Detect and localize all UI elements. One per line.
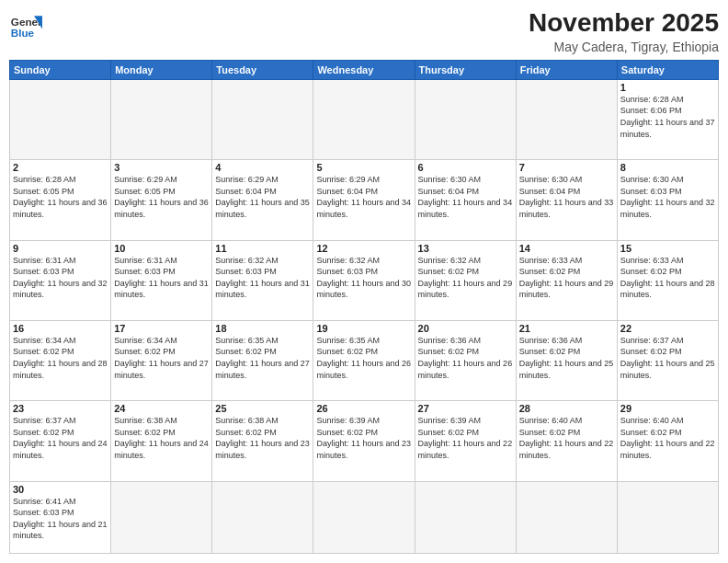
day-info: Sunrise: 6:39 AM Sunset: 6:02 PM Dayligh…	[418, 415, 513, 461]
calendar-cell: 17Sunrise: 6:34 AM Sunset: 6:02 PM Dayli…	[111, 320, 212, 400]
calendar-cell: 1Sunrise: 6:28 AM Sunset: 6:06 PM Daylig…	[617, 79, 718, 159]
day-number: 7	[519, 162, 614, 173]
day-number: 8	[620, 162, 715, 173]
calendar-cell: 18Sunrise: 6:35 AM Sunset: 6:02 PM Dayli…	[212, 320, 313, 400]
day-info: Sunrise: 6:32 AM Sunset: 6:03 PM Dayligh…	[215, 255, 310, 301]
day-info: Sunrise: 6:37 AM Sunset: 6:02 PM Dayligh…	[13, 415, 108, 461]
day-info: Sunrise: 6:34 AM Sunset: 6:02 PM Dayligh…	[114, 335, 209, 381]
generalblue-logo-icon: General Blue	[9, 9, 42, 42]
location-title: May Cadera, Tigray, Ethiopia	[529, 40, 719, 54]
day-number: 2	[13, 162, 108, 173]
day-number: 9	[13, 243, 108, 254]
day-info: Sunrise: 6:33 AM Sunset: 6:02 PM Dayligh…	[519, 255, 614, 301]
calendar-table: SundayMondayTuesdayWednesdayThursdayFrid…	[9, 60, 719, 554]
calendar-cell: 9Sunrise: 6:31 AM Sunset: 6:03 PM Daylig…	[10, 240, 111, 320]
calendar-cell: 2Sunrise: 6:28 AM Sunset: 6:05 PM Daylig…	[10, 160, 111, 240]
calendar-cell: 5Sunrise: 6:29 AM Sunset: 6:04 PM Daylig…	[313, 160, 415, 240]
day-info: Sunrise: 6:35 AM Sunset: 6:02 PM Dayligh…	[316, 335, 411, 381]
calendar-week-row: 23Sunrise: 6:37 AM Sunset: 6:02 PM Dayli…	[10, 401, 719, 481]
calendar-cell	[516, 79, 617, 159]
day-info: Sunrise: 6:32 AM Sunset: 6:02 PM Dayligh…	[418, 255, 513, 301]
day-number: 26	[316, 403, 411, 414]
day-number: 4	[215, 162, 310, 173]
page: General Blue November 2025 May Cadera, T…	[0, 0, 728, 563]
calendar-cell: 3Sunrise: 6:29 AM Sunset: 6:05 PM Daylig…	[111, 160, 212, 240]
calendar-cell: 25Sunrise: 6:38 AM Sunset: 6:02 PM Dayli…	[212, 401, 313, 481]
day-info: Sunrise: 6:30 AM Sunset: 6:04 PM Dayligh…	[418, 174, 513, 220]
day-info: Sunrise: 6:31 AM Sunset: 6:03 PM Dayligh…	[114, 255, 209, 301]
day-number: 14	[519, 243, 614, 254]
calendar-cell: 4Sunrise: 6:29 AM Sunset: 6:04 PM Daylig…	[212, 160, 313, 240]
day-number: 12	[316, 243, 411, 254]
day-header-friday: Friday	[516, 60, 617, 79]
calendar-cell: 6Sunrise: 6:30 AM Sunset: 6:04 PM Daylig…	[415, 160, 516, 240]
title-block: November 2025 May Cadera, Tigray, Ethiop…	[529, 9, 719, 54]
calendar-cell: 14Sunrise: 6:33 AM Sunset: 6:02 PM Dayli…	[516, 240, 617, 320]
day-number: 17	[114, 323, 209, 334]
calendar-header-row: SundayMondayTuesdayWednesdayThursdayFrid…	[10, 60, 719, 79]
day-info: Sunrise: 6:37 AM Sunset: 6:02 PM Dayligh…	[620, 335, 715, 381]
calendar-week-row: 30Sunrise: 6:41 AM Sunset: 6:03 PM Dayli…	[10, 481, 719, 553]
day-info: Sunrise: 6:29 AM Sunset: 6:04 PM Dayligh…	[316, 174, 411, 220]
day-info: Sunrise: 6:40 AM Sunset: 6:02 PM Dayligh…	[620, 415, 715, 461]
day-number: 15	[620, 243, 715, 254]
calendar-cell: 30Sunrise: 6:41 AM Sunset: 6:03 PM Dayli…	[10, 481, 111, 553]
day-info: Sunrise: 6:35 AM Sunset: 6:02 PM Dayligh…	[215, 335, 310, 381]
day-info: Sunrise: 6:41 AM Sunset: 6:03 PM Dayligh…	[13, 496, 108, 542]
day-info: Sunrise: 6:32 AM Sunset: 6:03 PM Dayligh…	[316, 255, 411, 301]
calendar-cell	[617, 481, 718, 553]
calendar-week-row: 2Sunrise: 6:28 AM Sunset: 6:05 PM Daylig…	[10, 160, 719, 240]
day-header-saturday: Saturday	[617, 60, 718, 79]
day-info: Sunrise: 6:36 AM Sunset: 6:02 PM Dayligh…	[418, 335, 513, 381]
day-number: 1	[620, 82, 715, 93]
day-number: 30	[13, 484, 108, 495]
calendar-cell: 28Sunrise: 6:40 AM Sunset: 6:02 PM Dayli…	[516, 401, 617, 481]
calendar-cell: 22Sunrise: 6:37 AM Sunset: 6:02 PM Dayli…	[617, 320, 718, 400]
day-number: 13	[418, 243, 513, 254]
calendar-cell: 12Sunrise: 6:32 AM Sunset: 6:03 PM Dayli…	[313, 240, 415, 320]
day-number: 22	[620, 323, 715, 334]
calendar-cell	[212, 79, 313, 159]
calendar-cell: 23Sunrise: 6:37 AM Sunset: 6:02 PM Dayli…	[10, 401, 111, 481]
calendar-cell: 16Sunrise: 6:34 AM Sunset: 6:02 PM Dayli…	[10, 320, 111, 400]
calendar-cell	[516, 481, 617, 553]
day-info: Sunrise: 6:28 AM Sunset: 6:05 PM Dayligh…	[13, 174, 108, 220]
calendar-cell: 27Sunrise: 6:39 AM Sunset: 6:02 PM Dayli…	[415, 401, 516, 481]
day-info: Sunrise: 6:40 AM Sunset: 6:02 PM Dayligh…	[519, 415, 614, 461]
calendar-week-row: 1Sunrise: 6:28 AM Sunset: 6:06 PM Daylig…	[10, 79, 719, 159]
calendar-cell	[111, 79, 212, 159]
day-info: Sunrise: 6:33 AM Sunset: 6:02 PM Dayligh…	[620, 255, 715, 301]
day-number: 25	[215, 403, 310, 414]
day-info: Sunrise: 6:39 AM Sunset: 6:02 PM Dayligh…	[316, 415, 411, 461]
day-header-thursday: Thursday	[415, 60, 516, 79]
day-number: 28	[519, 403, 614, 414]
month-title: November 2025	[529, 9, 719, 38]
day-info: Sunrise: 6:38 AM Sunset: 6:02 PM Dayligh…	[215, 415, 310, 461]
calendar-cell: 8Sunrise: 6:30 AM Sunset: 6:03 PM Daylig…	[617, 160, 718, 240]
day-number: 27	[418, 403, 513, 414]
day-header-tuesday: Tuesday	[212, 60, 313, 79]
calendar-cell	[212, 481, 313, 553]
day-header-sunday: Sunday	[10, 60, 111, 79]
day-number: 16	[13, 323, 108, 334]
calendar-cell: 7Sunrise: 6:30 AM Sunset: 6:04 PM Daylig…	[516, 160, 617, 240]
calendar-cell: 13Sunrise: 6:32 AM Sunset: 6:02 PM Dayli…	[415, 240, 516, 320]
calendar-week-row: 9Sunrise: 6:31 AM Sunset: 6:03 PM Daylig…	[10, 240, 719, 320]
calendar-cell: 19Sunrise: 6:35 AM Sunset: 6:02 PM Dayli…	[313, 320, 415, 400]
day-number: 23	[13, 403, 108, 414]
calendar-cell	[415, 79, 516, 159]
calendar-cell	[111, 481, 212, 553]
header: General Blue November 2025 May Cadera, T…	[9, 9, 719, 54]
calendar-cell: 20Sunrise: 6:36 AM Sunset: 6:02 PM Dayli…	[415, 320, 516, 400]
day-number: 19	[316, 323, 411, 334]
day-info: Sunrise: 6:28 AM Sunset: 6:06 PM Dayligh…	[620, 94, 715, 140]
day-number: 5	[316, 162, 411, 173]
calendar-cell	[313, 79, 415, 159]
calendar-cell: 11Sunrise: 6:32 AM Sunset: 6:03 PM Dayli…	[212, 240, 313, 320]
day-number: 29	[620, 403, 715, 414]
day-info: Sunrise: 6:29 AM Sunset: 6:04 PM Dayligh…	[215, 174, 310, 220]
calendar-cell	[313, 481, 415, 553]
day-info: Sunrise: 6:36 AM Sunset: 6:02 PM Dayligh…	[519, 335, 614, 381]
day-header-monday: Monday	[111, 60, 212, 79]
day-header-wednesday: Wednesday	[313, 60, 415, 79]
